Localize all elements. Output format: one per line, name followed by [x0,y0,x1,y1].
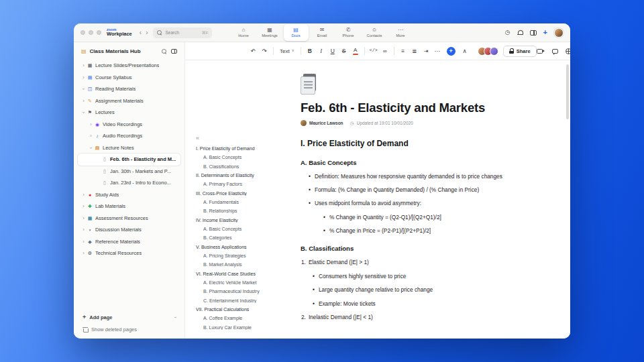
text-color-button[interactable]: A [351,46,360,56]
code-button[interactable]: </> [369,46,378,56]
numbered-item[interactable]: 2. Inelastic Demand (|E| < 1) [301,314,523,321]
bullet-item[interactable]: • Uses midpoint formula to avoid asymmet… [301,200,523,207]
outline-item[interactable]: B. Market Analysis [196,262,299,267]
tab-contacts[interactable]: ☺ Contacts [362,24,387,41]
outline-item[interactable]: C. Entertainment Industry [196,298,299,304]
italic-button[interactable]: I [317,46,326,56]
chevron-down-icon[interactable]: › [81,86,87,92]
chevron-down-icon[interactable]: › [172,316,177,318]
underline-button[interactable]: U [328,46,337,56]
chevron-right-icon[interactable]: › [80,239,87,245]
video-camera-icon[interactable] [537,49,543,54]
recents-clock-icon[interactable]: ◷ [505,29,511,36]
outline-item[interactable]: B. Classifications [196,164,299,170]
scrollbar-thumb[interactable] [566,64,569,119]
bold-button[interactable]: B [305,46,315,56]
heading-3[interactable]: A. Basic Concepts [301,160,523,166]
heading-3[interactable]: B. Classifications [301,245,523,252]
link-button[interactable]: ∞ [380,46,390,56]
outline-item[interactable]: A. Pricing Strategies [196,253,299,259]
align-button[interactable]: ≣ [410,46,419,56]
panel-toggle-icon[interactable] [530,30,537,36]
chevron-down-icon[interactable]: › [89,145,94,151]
tab-phone[interactable]: ✆ Phone [336,24,361,41]
chevron-right-icon[interactable]: › [80,216,87,221]
sidebar-item[interactable]: › ▤ Lecture Notes [78,142,180,154]
bullet-item[interactable]: • Example: Movie tickets [301,301,523,308]
tab-meetings[interactable]: ▦ Meetings [258,24,282,41]
outline-item[interactable]: VII. Practical Calculations [196,307,299,312]
bullet-item[interactable]: • Consumers highly sensitive to price [301,274,523,280]
outline-item[interactable]: A. Basic Concepts [196,155,299,160]
outline-item[interactable]: A. Electric Vehicle Market [196,280,299,286]
sidebar-item[interactable]: › ▦ Lecture Slides/Presentations [78,60,180,72]
collapse-toolbar-button[interactable]: ∧ [460,46,470,56]
sidebar-collapse-icon[interactable] [171,49,177,54]
sidebar-item[interactable]: ▯ Jan. 30th - Markets and P... [78,166,180,178]
sidebar-item[interactable]: ▯ Feb. 6th - Elasticity and M... [78,154,180,166]
text-style-dropdown[interactable]: Text ∨ [278,48,297,54]
tab-more[interactable]: ⋯ More [388,24,413,41]
sidebar-item[interactable]: › ♪ Audio Recordings [78,130,180,142]
sidebar-item[interactable]: › ◉ Video Recordings [78,119,180,131]
sidebar-item[interactable]: › ✚ Lab Materials [78,200,180,213]
chevron-right-icon[interactable]: › [88,133,94,139]
add-page-button[interactable]: + Add page › [83,314,176,320]
outline-item[interactable]: A. Fundamentals [196,200,299,205]
sidebar-item[interactable]: › ◫ Reading Materials [78,83,180,95]
forward-button[interactable]: › [144,29,150,36]
comments-icon[interactable] [552,49,558,54]
share-button[interactable]: Share [503,46,537,57]
bullet-item[interactable]: • % Change in Price = (P2-P1)/[(P2+P1)/2… [301,228,523,235]
tab-docs[interactable]: ▤ Docs [284,24,309,41]
sidebar-item[interactable]: › ⚙ Technical Resources [78,247,180,259]
sidebar-item[interactable]: › ▤ Course Syllabus [78,72,180,84]
bullet-list-button[interactable]: ≡ [398,46,408,56]
outline-item[interactable]: II. Determinants of Elasticity [196,173,299,178]
chevron-right-icon[interactable]: › [80,227,87,233]
collaborator-avatar[interactable] [490,47,498,56]
globe-icon[interactable] [566,48,570,54]
bullet-item[interactable]: • Definition: Measures how responsive qu… [301,174,523,180]
sidebar-item[interactable]: › ✎ Assignment Materials [78,95,180,107]
chevron-right-icon[interactable]: › [80,63,87,68]
show-deleted-pages-button[interactable]: Show deleted pages [83,326,176,333]
sidebar-item[interactable]: › ● Study Aids [78,189,180,201]
outline-item[interactable]: I. Price Elasticity of Demand [196,146,299,152]
chevron-right-icon[interactable]: › [80,251,87,256]
outline-item[interactable]: A. Coffee Example [196,316,299,321]
bullet-item[interactable]: • Large quantity change relative to pric… [301,287,523,294]
more-formatting-button[interactable]: ⋯ [433,46,442,56]
outline-item[interactable]: A. Primary Factors [196,182,299,187]
bullet-item[interactable]: • % Change in Quantity = (Q2-Q1)/[(Q2+Q1… [301,215,523,221]
document-title[interactable]: Feb. 6th - Elasticity and Markets [301,101,523,114]
minimize-window-button[interactable] [89,30,93,35]
user-avatar[interactable] [554,28,564,38]
sidebar-item[interactable]: › ◆ Reference Materials [78,236,180,248]
outline-item[interactable]: V. Business Applications [196,245,299,250]
chevron-right-icon[interactable]: › [80,204,87,209]
outline-item[interactable]: B. Categories [196,235,299,241]
outline-item[interactable]: B. Relationships [196,208,299,214]
chevron-right-icon[interactable]: › [80,75,87,80]
strikethrough-button[interactable]: S [339,46,349,56]
bullet-item[interactable]: • Formula: (% Change in Quantity Demande… [301,187,523,194]
fullscreen-window-button[interactable] [97,30,101,35]
outline-item[interactable]: III. Cross-Price Elasticity [196,191,299,196]
chevron-right-icon[interactable]: › [80,99,87,104]
sidebar-item[interactable]: ▯ Jan. 23rd - Intro to Econo... [78,177,180,189]
sidebar-search-icon[interactable] [162,49,167,54]
global-search-input[interactable]: Search ⌘F [153,27,212,38]
collapse-outline-icon[interactable]: « [196,135,299,141]
undo-button[interactable]: ↶ [248,46,258,56]
redo-button[interactable]: ↷ [260,46,269,56]
heading-2[interactable]: I. Price Elasticity of Demand [301,139,523,148]
outline-item[interactable]: B. Pharmaceutical Industry [196,289,299,294]
sidebar-item[interactable]: › ◗ Discussion Materials [78,224,180,236]
outline-item[interactable]: IV. Income Elasticity [196,218,299,223]
indent-button[interactable]: ⇥ [421,46,431,56]
insert-button[interactable]: + [447,47,455,56]
chevron-right-icon[interactable]: › [88,122,94,127]
close-window-button[interactable] [80,30,85,35]
outline-item[interactable]: A. Basic Concepts [196,227,299,232]
